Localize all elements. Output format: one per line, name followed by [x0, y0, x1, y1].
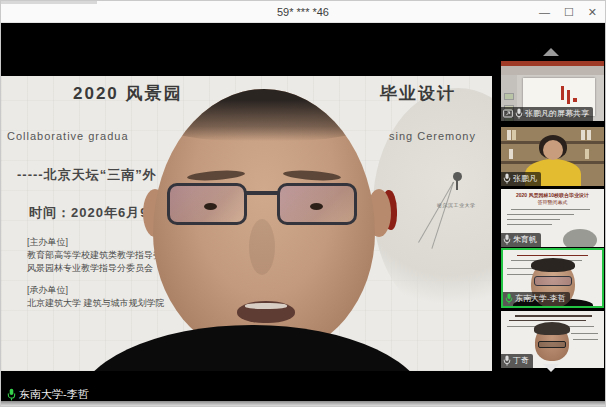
speaker-mouth — [237, 301, 295, 323]
participant-tile[interactable]: 张鹏凡 — [501, 127, 604, 186]
speaker-nose — [249, 219, 275, 275]
participant-label: 张鹏凡的屏幕共享 — [501, 107, 593, 121]
slide-subtitle-left: Collaborative gradua — [7, 130, 129, 142]
participant-label: 张鹏凡 — [501, 172, 541, 186]
slide-organizer-header: [承办单位] — [27, 284, 68, 297]
mic-icon — [503, 355, 511, 366]
maximize-button[interactable]: ☐ — [564, 1, 574, 23]
participant-name: 朱育帆 — [513, 234, 537, 245]
mic-icon — [503, 234, 511, 245]
slide-title-left: 2020 风景园 — [73, 82, 183, 105]
mini-slide-subtitle: 答辩暨闭幕式 — [501, 199, 604, 205]
participant-tile[interactable]: 丁奇 — [501, 311, 604, 368]
participant-label: 东南大学-李哲 — [503, 292, 570, 306]
screen-share-icon — [503, 109, 513, 118]
participant-label: 朱育帆 — [501, 233, 541, 247]
participant-name: 张鹏凡 — [513, 173, 537, 184]
slide-host-header: [主办单位] — [27, 236, 68, 249]
active-speaker-label: 东南大学-李哲 — [4, 386, 95, 401]
chevron-down-icon[interactable] — [543, 364, 559, 372]
minimize-button[interactable]: — — [539, 1, 550, 23]
slide-subtitle-right: sing Ceremony — [389, 130, 476, 142]
slide-organizer-line1: 北京建筑大学 建筑与城市规划学院 — [27, 297, 165, 310]
participant-name: 东南大学-李哲 — [515, 293, 566, 304]
close-button[interactable]: ✕ — [588, 1, 597, 23]
participant-name: 张鹏凡的屏幕共享 — [525, 108, 589, 119]
speaker-shoulders — [76, 325, 428, 371]
mic-icon — [505, 293, 513, 304]
map-university-label: 哈尔滨工业大学 — [437, 202, 476, 208]
mic-icon — [515, 108, 523, 119]
mini-slide-title: 2020 风景园林10校联合毕业设计 — [501, 192, 604, 198]
speaker-eyebrow — [187, 169, 245, 182]
meeting-window: 59* *** *46 — ☐ ✕ 哈尔滨工业大学 2020 风景园 毕业设计 … — [0, 0, 606, 407]
mic-icon — [7, 388, 16, 401]
active-speaker-name: 东南大学-李哲 — [19, 387, 89, 401]
presentation-slide: 哈尔滨工业大学 2020 风景园 毕业设计 Collaborative grad… — [1, 76, 492, 371]
slide-host-line2: 风景园林专业教学指导分委员会 — [27, 262, 153, 275]
map-pin-icon — [453, 172, 462, 181]
participant-tile-active-speaker[interactable]: 东南大学-李哲 — [501, 248, 604, 308]
speaker-hair — [153, 89, 375, 141]
titlebar[interactable]: 59* *** *46 — ☐ ✕ — [1, 1, 605, 23]
chevron-up-icon[interactable] — [543, 48, 559, 56]
window-bottom-edge — [1, 401, 605, 406]
slide-location-line: -----北京天坛“三南”外 — [17, 166, 157, 184]
participant-tile[interactable]: 2020 风景园林10校联合毕业设计 答辩暨闭幕式 朱育帆 — [501, 189, 604, 247]
participant-tile-screen-share[interactable]: 张鹏凡的屏幕共享 — [501, 61, 604, 121]
window-title: 59* *** *46 — [1, 1, 605, 23]
speaker-glasses — [167, 183, 357, 227]
mic-icon — [503, 173, 511, 184]
speaker-eyebrow — [283, 169, 341, 182]
window-controls: — ☐ ✕ — [539, 1, 601, 23]
meeting-content: 哈尔滨工业大学 2020 风景园 毕业设计 Collaborative grad… — [1, 23, 605, 401]
participant-label: 丁奇 — [501, 354, 533, 368]
participant-name: 丁奇 — [513, 355, 529, 366]
participants-sidebar: 张鹏凡的屏幕共享 — [493, 23, 605, 401]
slide-title-right: 毕业设计 — [380, 82, 456, 105]
